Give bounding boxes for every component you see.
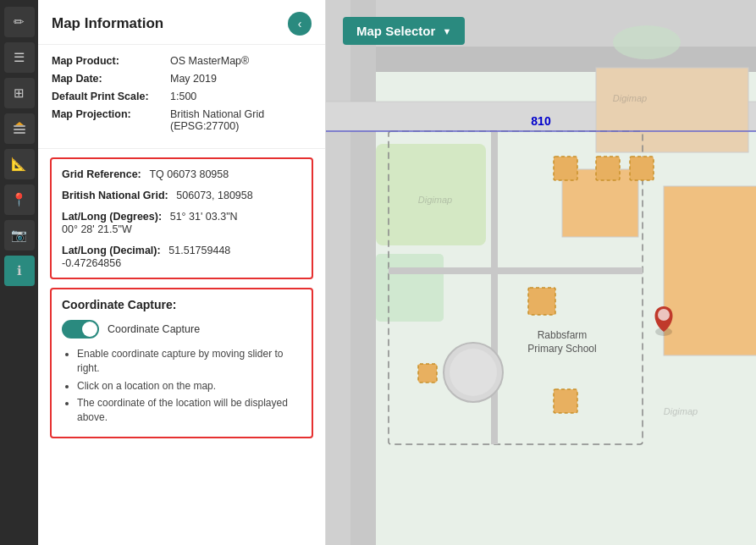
map-product-label: Map Product: [52, 55, 170, 67]
projection-row: Map Projection: British National Grid (E… [52, 108, 312, 132]
svg-rect-21 [554, 157, 577, 180]
svg-rect-13 [596, 68, 748, 152]
svg-rect-1 [14, 129, 25, 130]
pin-button[interactable]: 📍 [4, 184, 35, 215]
panel-header: Map Information ‹ [38, 0, 325, 45]
instruction-1: Enable coordinate capture by moving slid… [77, 347, 301, 376]
print-scale-label: Default Print Scale: [52, 91, 170, 102]
coordinate-capture-toggle[interactable] [62, 320, 99, 339]
svg-rect-26 [418, 364, 437, 383]
info-panel: Map Information ‹ Map Product: OS Master… [38, 0, 326, 545]
latlong-deg-label: Lat/Long (Degrees): [62, 211, 162, 223]
svg-text:Digimap: Digimap [418, 195, 452, 205]
grid-ref-value: TQ 06073 80958 [149, 168, 229, 180]
grid-line-label: 810 [531, 114, 551, 128]
panel-title: Map Information [52, 15, 163, 32]
svg-point-10 [613, 25, 681, 59]
svg-rect-24 [528, 288, 555, 315]
bng-label: British National Grid: [62, 190, 168, 201]
svg-text:Digimap: Digimap [613, 93, 647, 103]
map-selector-label: Map Selector [356, 24, 435, 38]
svg-point-20 [450, 349, 497, 396]
map-date-row: Map Date: May 2019 [52, 73, 312, 85]
instruction-3: The coordinate of the location will be d… [77, 396, 301, 425]
coordinate-capture-section: Coordinate Capture: Coordinate Capture E… [50, 288, 313, 438]
bng-value: 506073, 180958 [176, 190, 252, 201]
latlong-dec-row: Lat/Long (Decimal): 51.51759448 -0.47264… [62, 244, 301, 269]
camera-button[interactable]: 📷 [4, 220, 35, 250]
info-button[interactable]: ℹ [4, 256, 35, 286]
grid-ref-label: Grid Reference: [62, 168, 141, 180]
projection-label: Map Projection: [52, 108, 170, 120]
widgets-button[interactable]: ⊞ [4, 78, 35, 108]
toolbar: ✏ ☰ ⊞ 📐 📍 📷 ℹ [0, 0, 38, 545]
toggle-knob [82, 322, 97, 337]
map-canvas: 810 Rabbsfarm Primary School Digimap Dig… [326, 0, 756, 545]
map-product-row: Map Product: OS MasterMap® [52, 55, 312, 67]
projection-value: British National Grid (EPSG:27700) [170, 108, 264, 132]
svg-text:Primary School: Primary School [527, 343, 596, 355]
svg-text:Rabbsfarm: Rabbsfarm [538, 329, 588, 341]
svg-rect-25 [554, 389, 577, 413]
print-scale-row: Default Print Scale: 1:500 [52, 91, 312, 102]
svg-point-31 [658, 309, 670, 321]
map-info-section: Map Product: OS MasterMap® Map Date: May… [38, 45, 325, 149]
map-product-value: OS MasterMap® [170, 55, 249, 67]
menu-button[interactable]: ☰ [4, 42, 35, 73]
map-area[interactable]: 810 Rabbsfarm Primary School Digimap Dig… [326, 0, 756, 545]
svg-rect-23 [630, 157, 654, 180]
svg-rect-12 [376, 254, 444, 322]
toggle-label: Coordinate Capture [108, 323, 200, 335]
print-scale-value: 1:500 [170, 91, 196, 102]
svg-rect-22 [596, 157, 620, 180]
map-selector-button[interactable]: Map Selector ▼ [343, 17, 465, 45]
instruction-2: Click on a location on the map. [77, 379, 301, 394]
collapse-button[interactable]: ‹ [288, 12, 312, 36]
svg-rect-15 [664, 186, 756, 355]
grid-ref-row: Grid Reference: TQ 06073 80958 [62, 168, 301, 180]
map-date-value: May 2019 [170, 73, 217, 85]
map-date-label: Map Date: [52, 73, 170, 85]
latlong-dec-label: Lat/Long (Decimal): [62, 245, 161, 256]
edit-button[interactable]: ✏ [4, 7, 35, 37]
svg-rect-0 [14, 125, 25, 127]
bng-row: British National Grid: 506073, 180958 [62, 189, 301, 201]
latlong-deg-row: Lat/Long (Degrees): 51° 31' 03.3"N 00° 2… [62, 210, 301, 235]
layers-button[interactable] [4, 113, 35, 144]
coordinate-section: Grid Reference: TQ 06073 80958 British N… [50, 157, 313, 279]
chevron-down-icon: ▼ [442, 26, 451, 36]
capture-instructions: Enable coordinate capture by moving slid… [62, 347, 301, 425]
svg-rect-8 [350, 0, 376, 545]
ruler-button[interactable]: 📐 [4, 149, 35, 179]
capture-title: Coordinate Capture: [62, 298, 301, 311]
svg-rect-2 [14, 132, 25, 134]
toggle-row[interactable]: Coordinate Capture [62, 320, 301, 339]
svg-marker-3 [15, 122, 24, 125]
svg-text:Digimap: Digimap [664, 406, 698, 416]
